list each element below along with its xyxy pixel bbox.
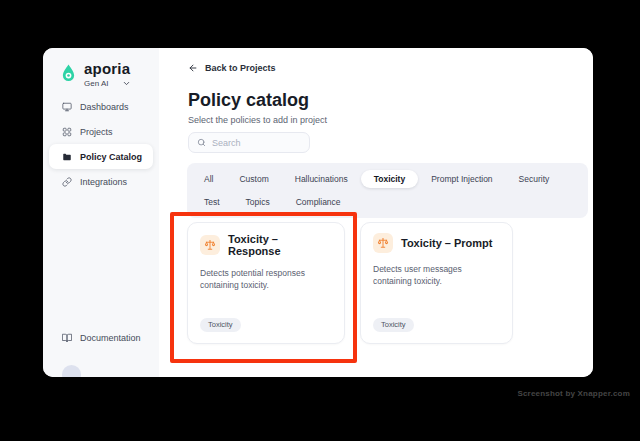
tab-topics[interactable]: Topics — [233, 193, 283, 211]
sidebar-item-label: Documentation — [80, 333, 141, 343]
search-input[interactable] — [212, 138, 301, 148]
sidebar-item-policy-catalog[interactable]: Policy Catalog — [49, 144, 153, 169]
card-description: Detects user messages containing toxicit… — [373, 263, 500, 288]
back-to-projects-link[interactable]: Back to Projects — [188, 63, 276, 73]
monitor-icon — [62, 102, 72, 112]
sidebar-item-projects[interactable]: Projects — [49, 119, 153, 144]
grid-icon — [62, 127, 72, 137]
tab-hallucinations[interactable]: Hallucinations — [282, 170, 361, 188]
tab-custom[interactable]: Custom — [226, 170, 281, 188]
sidebar-item-documentation[interactable]: Documentation — [49, 330, 153, 346]
tab-compliance[interactable]: Compliance — [283, 193, 354, 211]
page-subtitle: Select the policies to add in project — [188, 115, 327, 125]
book-open-icon — [62, 333, 72, 343]
card-title: Toxicity – Prompt — [401, 237, 492, 249]
watermark-text: Screenshot by Xnapper.com — [517, 389, 630, 398]
filter-tabs: All Custom Hallucinations Toxicity Promp… — [187, 163, 588, 218]
chevron-down-icon — [122, 79, 131, 88]
red-highlight-annotation — [170, 212, 357, 363]
link-icon — [62, 177, 72, 187]
sidebar-item-label: Policy Catalog — [80, 152, 142, 162]
page-title: Policy catalog — [188, 90, 309, 111]
sidebar: aporia Gen AI Dashboards Projects — [43, 48, 159, 377]
brand-name: aporia — [84, 61, 131, 76]
card-tag: Toxicity — [373, 318, 414, 332]
sidebar-item-label: Dashboards — [80, 102, 129, 112]
tab-all[interactable]: All — [191, 170, 226, 188]
back-link-label: Back to Projects — [205, 63, 276, 73]
sidebar-item-dashboards[interactable]: Dashboards — [49, 94, 153, 119]
folder-icon — [62, 152, 72, 162]
search-icon — [197, 138, 206, 147]
tab-toxicity[interactable]: Toxicity — [361, 170, 419, 188]
sidebar-item-label: Projects — [80, 127, 113, 137]
sidebar-nav: Dashboards Projects Policy Catalog Integ… — [49, 94, 153, 194]
tab-test[interactable]: Test — [191, 193, 233, 211]
sidebar-item-label: Integrations — [80, 177, 127, 187]
brand-block: aporia Gen AI — [61, 61, 131, 88]
search-box[interactable] — [188, 132, 310, 153]
tab-prompt-injection[interactable]: Prompt Injection — [418, 170, 505, 188]
avatar[interactable] — [62, 365, 81, 377]
policy-card-toxicity-prompt[interactable]: Toxicity – Prompt Detects user messages … — [360, 222, 513, 344]
card-header: Toxicity – Prompt — [373, 233, 500, 253]
sidebar-item-integrations[interactable]: Integrations — [49, 169, 153, 194]
tab-security[interactable]: Security — [506, 170, 563, 188]
scales-icon — [373, 233, 393, 253]
aporia-logo-icon — [61, 61, 76, 83]
arrow-left-icon — [188, 63, 198, 73]
workspace-switcher[interactable]: Gen AI — [84, 79, 131, 88]
workspace-name: Gen AI — [84, 79, 108, 88]
